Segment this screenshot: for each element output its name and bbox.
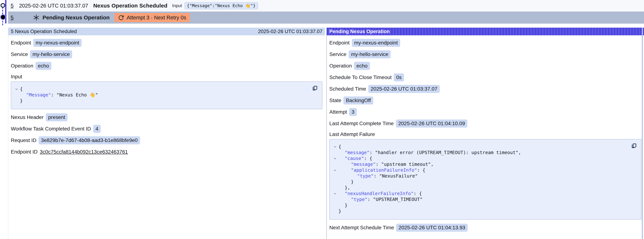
gutter-spacer — [332, 196, 338, 202]
copy-icon[interactable] — [630, 142, 638, 150]
timeline-node-current-icon — [1, 15, 5, 19]
field-value-chip: echo — [36, 62, 52, 70]
collapse-chevron-icon[interactable] — [332, 191, 338, 196]
field-value-chip: my-hello-service — [30, 50, 72, 58]
field-value-chip: BackingOff — [344, 96, 373, 104]
json-line: "applicationFailureInfo": { — [332, 167, 626, 173]
field-label: Next Attempt Schedule Time — [329, 225, 394, 230]
pending-panel-header: Pending Nexus Operation — [327, 28, 644, 35]
field-label: Request ID — [11, 138, 36, 143]
field-value-chip: present — [46, 113, 68, 121]
vertical-scrollbar[interactable] — [642, 28, 643, 239]
field-value-chip: 0s — [394, 74, 404, 82]
field-row-wft-completed-event-id: Workflow Task Completed Event ID 4 — [11, 125, 325, 133]
detail-panels: 5 Nexus Operation Scheduled 2025-02-26 U… — [0, 28, 644, 239]
field-value-chip: 3 — [349, 108, 357, 116]
json-line: "type": "UPSTREAM_TIMEOUT" — [332, 196, 626, 202]
gutter-spacer — [13, 92, 20, 98]
field-label: Service — [11, 52, 28, 57]
field-label: Endpoint — [329, 40, 350, 46]
gutter-spacer — [332, 185, 338, 191]
failure-json-viewer: {"message": "handler error (UPSTREAM_TIM… — [329, 139, 642, 220]
event-id-link[interactable]: 5 — [10, 3, 14, 9]
field-row-service: Service my-hello-service — [329, 50, 644, 58]
endpoint-id-link[interactable]: 3c0c75ccfa8144b092c13ce632463761 — [40, 148, 128, 156]
json-line: "message": "upstream timeout", — [332, 162, 626, 167]
field-value-chip: echo — [354, 62, 370, 70]
field-row-endpoint: Endpoint my-nexus-endpoint — [11, 39, 325, 47]
field-value-chip: 2025-02-26 UTC 01:04:10.09 — [396, 120, 467, 128]
collapse-chevron-icon[interactable] — [332, 156, 338, 162]
retry-icon — [118, 15, 124, 21]
timeline-node-open-icon — [0, 3, 5, 8]
field-label: Last Attempt Complete Time — [329, 120, 394, 126]
field-row-schedule-to-close-timeout: Schedule To Close Timeout 0s — [329, 74, 644, 82]
field-row-service: Service my-hello-service — [11, 50, 325, 58]
field-row-endpoint-id: Endpoint ID 3c0c75ccfa8144b092c13ce63246… — [11, 148, 325, 156]
field-label: Endpoint — [11, 40, 31, 46]
event-panel-header: 5 Nexus Operation Scheduled 2025-02-26 U… — [8, 28, 325, 35]
json-line: { — [332, 144, 626, 150]
json-line: } — [332, 208, 626, 214]
field-label: Attempt — [329, 109, 347, 115]
timeline-rail-bar — [5, 0, 6, 24]
field-row-attempt: Attempt 3 — [329, 108, 644, 116]
json-line: "type": "NexusFailure" — [332, 173, 626, 179]
gutter-spacer — [332, 208, 338, 214]
gutter-spacer — [332, 150, 338, 156]
field-row-next-attempt-schedule-time: Next Attempt Schedule Time 2025-02-26 UT… — [329, 224, 644, 232]
event-timestamp: 2025-02-26 UTC 01:03:37.07 — [19, 3, 88, 9]
field-value-chip: my-hello-service — [348, 50, 391, 58]
json-line: } — [332, 202, 626, 208]
field-row-request-id: Request ID 3e829b7e-7d67-4b08-aad3-b1e86… — [11, 136, 325, 144]
json-line: "Message": "Nexus Echo 👋" — [13, 92, 307, 98]
field-row-last-attempt-complete-time: Last Attempt Complete Time 2025-02-26 UT… — [329, 120, 644, 128]
field-row-operation: Operation echo — [11, 62, 325, 70]
field-label: Operation — [11, 63, 33, 69]
pending-title: Pending Nexus Operation — [42, 14, 110, 21]
pending-asterisk-icon — [32, 14, 40, 21]
event-detail-panel: 5 Nexus Operation Scheduled 2025-02-26 U… — [8, 28, 325, 239]
retry-badge-text: Attempt 3 · Next Retry 0s — [127, 15, 186, 21]
json-line: "message": "handler error (UPSTREAM_TIME… — [332, 150, 626, 156]
json-line: "nexusHandlerFailureInfo": { — [332, 191, 626, 196]
field-label: State — [329, 98, 341, 104]
retry-status-badge: Attempt 3 · Next Retry 0s — [114, 13, 190, 22]
pending-id-link[interactable]: 5 — [10, 15, 14, 21]
field-row-scheduled-time: Scheduled Time 2025-02-26 UTC 01:03:37.0… — [329, 85, 644, 93]
field-value-chip: 2025-02-26 UTC 01:04:13.93 — [396, 224, 468, 232]
collapse-chevron-icon[interactable] — [332, 144, 338, 150]
pending-operation-panel: Pending Nexus Operation Endpoint my-nexu… — [326, 28, 644, 239]
gutter-spacer — [13, 98, 20, 104]
event-input-preview-chip[interactable]: {"Message":"Nexus Echo 👋"} — [184, 2, 258, 9]
field-value-chip: 2025-02-26 UTC 01:03:37.07 — [368, 85, 440, 93]
copy-icon[interactable] — [311, 85, 318, 92]
field-value-chip: 4 — [93, 125, 101, 133]
gutter-spacer — [332, 173, 338, 179]
field-label: Scheduled Time — [329, 86, 366, 92]
collapse-chevron-icon[interactable] — [13, 86, 20, 92]
event-title: Nexus Operation Scheduled — [93, 2, 167, 9]
event-panel-timestamp: 2025-02-26 UTC 01:03:37.07 — [258, 29, 322, 34]
pending-operation-row[interactable]: 5 Pending Nexus Operation Attempt 3 · Ne… — [8, 12, 644, 24]
field-value-chip: my-nexus-endpoint — [352, 39, 400, 47]
field-label: Nexus Header — [11, 114, 44, 120]
field-label: Workflow Task Completed Event ID — [11, 126, 91, 132]
field-label: Service — [329, 52, 346, 57]
field-label: Schedule To Close Timeout — [329, 74, 392, 80]
gutter-spacer — [332, 202, 338, 208]
collapse-chevron-icon[interactable] — [332, 167, 338, 173]
pending-panel-title: Pending Nexus Operation — [329, 29, 390, 34]
json-line: } — [332, 179, 626, 185]
json-line: }, — [332, 185, 626, 191]
event-panel-title: 5 Nexus Operation Scheduled — [11, 29, 77, 34]
field-value-chip: 3e829b7e-7d67-4b08-aad3-b1e868bfe9e0 — [39, 136, 140, 144]
event-summary-row[interactable]: 5 2025-02-26 UTC 01:03:37.07 Nexus Opera… — [8, 0, 644, 11]
event-input-label: Input — [172, 3, 182, 8]
json-line: { — [13, 86, 307, 92]
field-row-state: State BackingOff — [329, 96, 644, 104]
gutter-spacer — [332, 179, 338, 185]
field-row-operation: Operation echo — [329, 62, 644, 70]
field-label: Endpoint ID — [11, 149, 38, 155]
field-label: Operation — [329, 63, 352, 69]
